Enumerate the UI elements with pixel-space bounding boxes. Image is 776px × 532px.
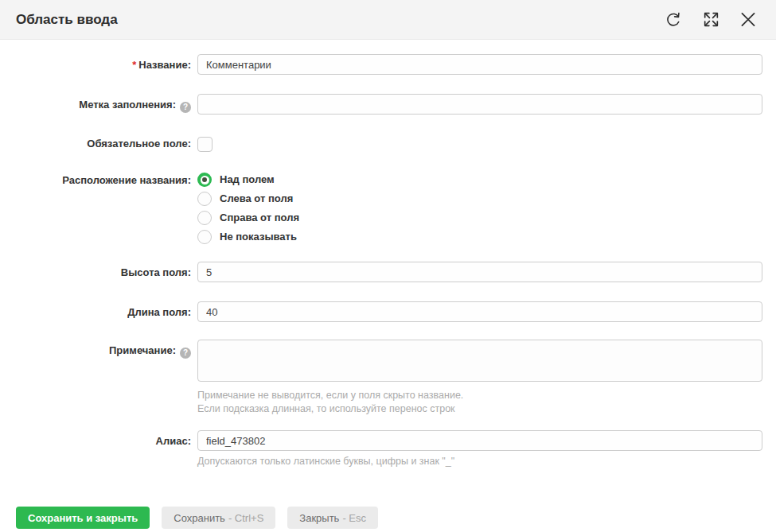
note-hint-line2: Если подсказка длинная, то используйте п… (197, 402, 762, 416)
close-button[interactable] (738, 10, 758, 30)
height-label: Высота поля: (0, 262, 191, 278)
note-field-row: Примечание:? Примечание не выводится, ес… (0, 340, 776, 416)
save-button[interactable]: Сохранить- Ctrl+S (162, 507, 275, 529)
required-checkbox-row: Обязательное поле: (0, 135, 776, 152)
radio-option-hidden[interactable]: Не показывать (197, 230, 762, 244)
required-checkbox-label: Обязательное поле: (0, 135, 191, 150)
label-position-options: Над полем Слева от поля Справа от поля Н… (197, 173, 762, 244)
radio-option-right[interactable]: Справа от поля (197, 211, 762, 225)
length-label: Длина поля: (0, 301, 191, 318)
height-input[interactable] (197, 262, 762, 282)
name-label-text: Название: (138, 59, 191, 71)
radio-label-hidden: Не показывать (220, 230, 297, 244)
note-label: Примечание:? (0, 340, 191, 359)
label-position-row: Расположение названия: Над полем Слева о… (0, 173, 776, 244)
name-control (197, 54, 762, 75)
help-icon[interactable]: ? (180, 102, 191, 113)
note-hint-line1: Примечание не выводится, если у поля скр… (197, 389, 762, 402)
refresh-icon (664, 10, 683, 29)
expand-button[interactable] (700, 10, 721, 30)
dialog-footer: Сохранить и закрыть Сохранить- Ctrl+S За… (0, 507, 776, 529)
header-icons (663, 10, 758, 30)
note-control: Примечание не выводится, если у поля скр… (197, 340, 762, 416)
save-button-label: Сохранить (174, 512, 225, 524)
radio-label-above: Над полем (220, 173, 275, 187)
close-button-label: Закрыть (299, 512, 339, 524)
radio-option-above[interactable]: Над полем (197, 173, 762, 187)
expand-icon (701, 10, 721, 29)
required-asterisk: * (132, 59, 136, 71)
dialog-title: Область ввода (16, 12, 118, 28)
radio-button-right[interactable] (197, 211, 212, 225)
field-settings-form: *Название: Метка заполнения:? Обязательн… (0, 40, 776, 468)
radio-option-left[interactable]: Слева от поля (197, 192, 762, 206)
close-button-key-hint: - Esc (342, 512, 366, 524)
length-field-row: Длина поля: (0, 301, 776, 322)
dialog-header: Область ввода (0, 0, 776, 40)
height-control (197, 262, 762, 282)
save-and-close-button[interactable]: Сохранить и закрыть (16, 507, 150, 529)
note-label-text: Примечание: (109, 344, 176, 356)
radio-label-left: Слева от поля (220, 192, 293, 206)
alias-control: Допускаются только латинские буквы, цифр… (197, 430, 762, 468)
fill-label-text: Метка заполнения: (79, 99, 176, 111)
label-position-label: Расположение названия: (0, 173, 191, 186)
alias-input[interactable] (197, 430, 762, 451)
fill-label-label: Метка заполнения:? (0, 94, 191, 113)
close-icon (738, 9, 758, 30)
note-help-icon[interactable]: ? (180, 348, 191, 359)
radio-button-hidden[interactable] (197, 230, 212, 244)
fill-label-input[interactable] (197, 94, 762, 115)
required-checkbox[interactable] (197, 137, 213, 152)
alias-hint: Допускаются только латинские буквы, цифр… (197, 455, 762, 468)
refresh-button[interactable] (663, 10, 684, 30)
fill-label-control (197, 94, 762, 115)
close-esc-button[interactable]: Закрыть- Esc (287, 507, 378, 529)
save-button-key-hint: - Ctrl+S (228, 512, 263, 524)
name-field-row: *Название: (0, 54, 776, 75)
length-input[interactable] (197, 301, 762, 322)
required-checkbox-control (197, 135, 762, 152)
name-label: *Название: (0, 54, 191, 71)
alias-label: Алиас: (0, 430, 191, 447)
radio-button-left[interactable] (197, 192, 212, 206)
name-input[interactable] (197, 54, 762, 75)
note-textarea[interactable] (197, 340, 762, 382)
fill-label-row: Метка заполнения:? (0, 94, 776, 115)
radio-label-right: Справа от поля (220, 211, 299, 225)
height-field-row: Высота поля: (0, 262, 776, 282)
length-control (197, 301, 762, 322)
alias-field-row: Алиас: Допускаются только латинские букв… (0, 430, 776, 468)
radio-button-above[interactable] (197, 173, 212, 187)
